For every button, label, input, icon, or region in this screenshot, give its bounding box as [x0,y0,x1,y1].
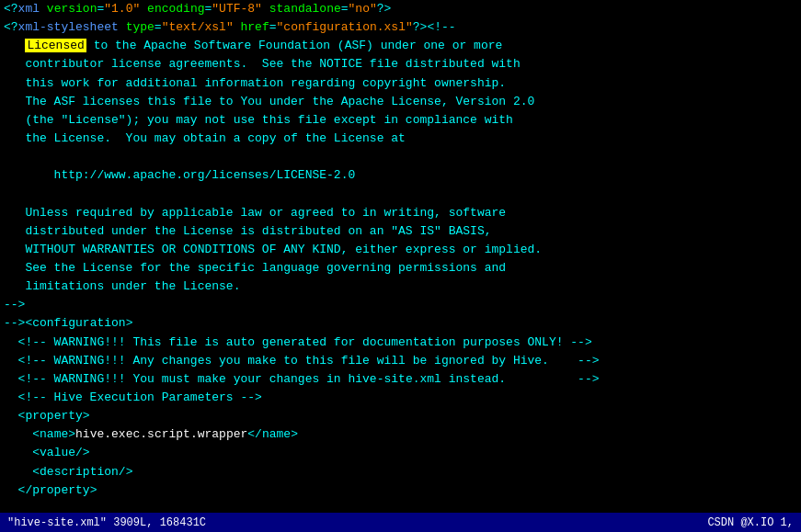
line-18: <!-- WARNING!!! This file is auto genera… [4,334,797,352]
line-16: limitations under the License. [4,277,797,296]
line-11 [4,185,797,203]
line-26: </property> [4,481,797,500]
line-22: <property> [4,407,797,425]
line-10: http://www.apache.org/licenses/LICENSE-2… [4,166,797,185]
line-21: <!-- Hive Execution Parameters --> [4,389,797,407]
line-23: <name>hive.exec.script.wrapper</name> [4,425,797,444]
line-4: contributor license agreements. See the … [4,55,797,74]
licensed-highlight: Licensed [25,39,86,52]
line-17: --><configuration> [4,314,797,333]
line-24: <value/> [4,444,797,462]
line-19: <!-- WARNING!!! Any changes you make to … [4,352,797,370]
status-bar: "hive-site.xml" 3909L, 168431C CSDN @X.I… [0,513,801,532]
file-info: "hive-site.xml" 3909L, 168431C [7,516,206,529]
line-14: WITHOUT WARRANTIES OR CONDITIONS OF ANY … [4,241,797,259]
line-2: <?xml-stylesheet type="text/xsl" href="c… [4,18,797,37]
line-20: <!-- WARNING!!! You must make your chang… [4,370,797,389]
line-6: The ASF licenses this file to You under … [4,93,797,111]
line-15: See the License for the specific languag… [4,259,797,277]
line-7: (the "License"); you may not use this fi… [4,111,797,130]
line-3: Licensed to the Apache Software Foundati… [4,37,797,55]
code-editor: <?xml version="1.0" encoding="UTF-8" sta… [0,0,801,513]
line-12: Unless required by applicable law or agr… [4,204,797,222]
line-13: distributed under the License is distrib… [4,222,797,241]
line-5: this work for additional information reg… [4,74,797,93]
line-25: <description/> [4,463,797,481]
cursor-position: CSDN @X.IO 1, [707,516,794,529]
line-9 [4,148,797,166]
line-1: <?xml version="1.0" encoding="UTF-8" sta… [4,0,797,18]
line-8: the License. You may obtain a copy of th… [4,130,797,148]
